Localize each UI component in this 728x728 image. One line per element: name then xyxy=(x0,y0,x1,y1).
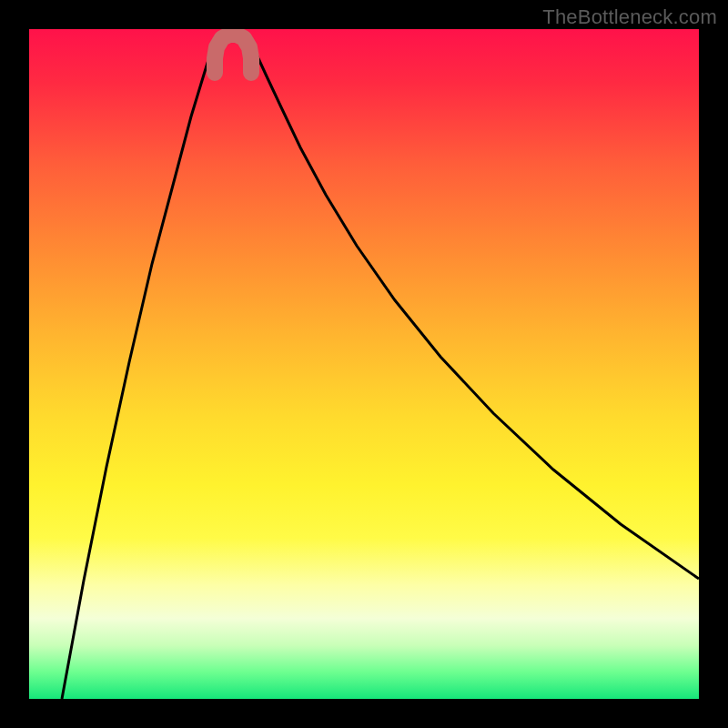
left-branch-curve xyxy=(62,33,220,699)
right-branch-curve xyxy=(244,33,699,579)
valley-marker xyxy=(215,35,251,73)
bottleneck-curve-plot xyxy=(29,29,699,699)
chart-frame xyxy=(29,29,699,699)
watermark-text: TheBottleneck.com xyxy=(542,5,717,29)
